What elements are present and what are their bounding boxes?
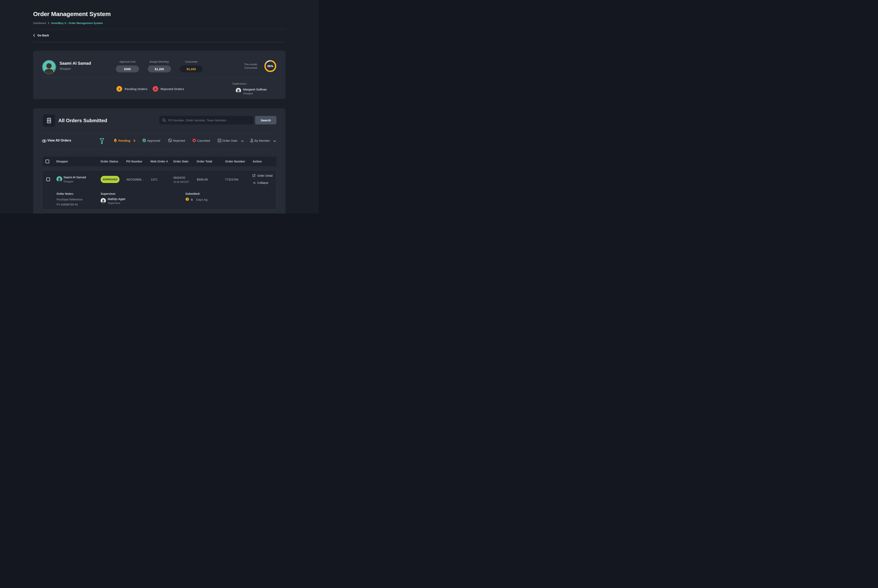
- filter-approved[interactable]: Approved: [147, 139, 160, 142]
- eye-icon: [42, 139, 46, 143]
- stat-value-pill: $1,200: [148, 66, 171, 72]
- x-circle-icon: [192, 138, 196, 142]
- breadcrumb-dashboard-link[interactable]: Dashboard: [33, 21, 46, 25]
- sort-by-member[interactable]: By Member: [255, 139, 270, 142]
- consumed-progress-ring: 86%: [264, 60, 276, 72]
- view-all-orders-button[interactable]: View All Orders: [47, 139, 71, 142]
- order-search-box: [159, 116, 253, 124]
- chevron-left-icon: [33, 34, 35, 37]
- orders-section-title: All Orders Submitted: [58, 118, 107, 123]
- cell-web-order: 1371: [151, 178, 157, 181]
- rejected-orders-count-badge: 4: [153, 86, 158, 92]
- go-back-button[interactable]: Go Back: [33, 34, 49, 37]
- filter-toolbar: View All Orders Pending 5 Approved Rejec…: [33, 138, 286, 146]
- search-icon: [162, 118, 166, 122]
- shopper-avatar: [42, 60, 56, 74]
- check-circle-icon: [142, 138, 146, 142]
- row-supervisor-avatar: [100, 198, 106, 203]
- chevron-up-icon: [253, 182, 256, 184]
- person-icon: [250, 138, 254, 142]
- chevron-down-icon[interactable]: [241, 140, 244, 142]
- order-management-page: Order Management System Dashboard SmartB…: [0, 0, 319, 213]
- filter-pending-count: 5: [133, 139, 135, 142]
- row-shopper-role: Shopper: [63, 180, 73, 183]
- column-shopper: Shopper: [56, 160, 68, 163]
- page-title: Order Management System: [33, 10, 111, 18]
- search-button[interactable]: Search: [255, 116, 276, 124]
- stat-label: Approval Limit: [116, 60, 139, 63]
- this-month-consumed-label: This month Consumed: [244, 63, 257, 69]
- collapse-label: Collapse: [257, 181, 268, 184]
- shopper-summary-card: Saami Al Samad Shopper Approval Limit $3…: [33, 51, 286, 99]
- order-detail-button[interactable]: Order Detail: [252, 174, 273, 177]
- archive-cabinet-icon: [43, 114, 55, 127]
- order-notes-value: Purchase Reference PY-A0098765-IN: [57, 197, 87, 207]
- shopper-name: Saami Al Samad: [60, 61, 91, 66]
- stat-approval-limit: Approval Limit $350: [116, 60, 139, 72]
- cell-order-number: 77323784: [225, 178, 238, 181]
- orders-section-card: All Orders Submitted Search View All Ord…: [33, 108, 286, 213]
- submitted-days-unit: Days Ag: [196, 198, 208, 201]
- bell-alert-icon: [114, 138, 117, 143]
- sort-order-date[interactable]: Order Date: [222, 139, 237, 142]
- slash-circle-icon: [168, 138, 172, 142]
- pending-orders-count-badge: 4: [117, 86, 122, 92]
- filter-rejected[interactable]: Rejected: [173, 139, 185, 142]
- online-status-dot: [52, 70, 56, 73]
- shopper-role: Shopper: [60, 67, 71, 70]
- row-supervisor-role: Supervisor: [108, 201, 120, 204]
- supervisor-avatar: [236, 88, 241, 93]
- column-order-number: Order Number: [225, 160, 245, 163]
- column-order-date: Order Date: [173, 160, 189, 163]
- chevron-down-icon[interactable]: [273, 140, 276, 142]
- order-status-badge: APPROVED: [100, 176, 120, 183]
- orders-table-header: Shopper Order Status PO Number Web Order…: [42, 156, 277, 166]
- consumed-percent: 86%: [264, 60, 276, 72]
- calendar-icon: [218, 138, 221, 142]
- chevron-right-icon: [48, 22, 49, 24]
- row-shopper-avatar: [57, 176, 62, 182]
- supervisors-label: Supervisors:: [232, 82, 247, 85]
- supervisor-name: Margaret Sullivan: [243, 88, 267, 91]
- order-notes-label: Order Notes:: [57, 192, 74, 195]
- order-row-collapsed-peek[interactable]: [42, 213, 277, 213]
- submitted-label: Submitted:: [185, 192, 200, 195]
- row-shopper-name: Saami Al Samad: [63, 176, 86, 179]
- column-po-number: PO Number: [126, 160, 142, 163]
- order-row-expanded: Saami Al Samad Shopper APPROVED AEC00908…: [42, 170, 277, 210]
- row-checkbox[interactable]: [46, 177, 50, 181]
- filter-pending[interactable]: Pending: [118, 139, 130, 142]
- column-order-total: Order Total: [196, 160, 212, 163]
- column-order-status: Order Status: [100, 160, 118, 163]
- divider: [42, 133, 277, 134]
- submitted-days-value: 6: [191, 198, 193, 201]
- row-supervisor-label: Supervisor: [100, 192, 115, 195]
- stat-value-pill: $1,032: [180, 66, 203, 72]
- divider: [33, 42, 286, 42]
- cell-po-number: AEC00908...: [126, 178, 144, 181]
- breadcrumb: Dashboard SmartBuy ® - Order Management …: [33, 21, 103, 25]
- rejected-orders-label: Rejected Orders: [160, 87, 184, 91]
- stat-consumed: Consumed $1,032: [180, 60, 203, 72]
- cell-order-date: 06/04/20: [173, 176, 185, 179]
- pending-orders-label: Pending Orders: [124, 87, 148, 91]
- stat-budget-monthly: Budget (Monthly) $1,200: [148, 60, 171, 72]
- column-action: Action: [253, 160, 262, 163]
- external-link-icon: [252, 174, 256, 177]
- filter-funnel-icon[interactable]: [100, 138, 104, 144]
- stat-label: Budget (Monthly): [148, 60, 171, 63]
- collapse-button[interactable]: Collapse: [253, 181, 268, 184]
- cell-order-total: $998.88: [197, 178, 208, 181]
- select-all-checkbox[interactable]: [45, 160, 49, 163]
- stat-value-pill: $350: [116, 66, 139, 72]
- column-web-order: Web Order #: [150, 160, 168, 163]
- stat-label: Consumed: [180, 60, 203, 63]
- row-supervisor-name: Mathijn Agter: [108, 197, 126, 201]
- order-detail-label: Order Detail: [257, 174, 273, 177]
- search-input[interactable]: [168, 118, 250, 122]
- cell-order-time: 10:16 AM EST: [173, 180, 189, 183]
- go-back-label: Go Back: [37, 34, 49, 37]
- filter-canceled[interactable]: Canceled: [197, 139, 210, 142]
- clock-icon: [186, 197, 189, 201]
- breadcrumb-current[interactable]: SmartBuy ® - Order Management System: [51, 21, 103, 25]
